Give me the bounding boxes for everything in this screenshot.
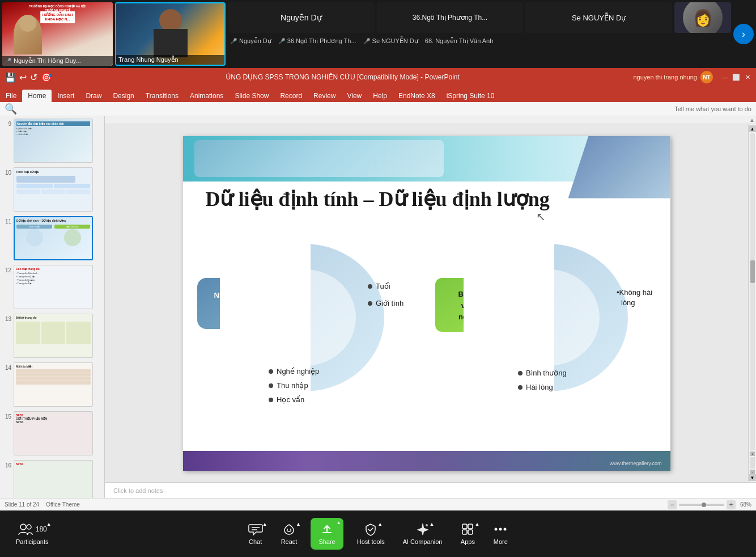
tab-animations[interactable]: Animations bbox=[184, 90, 229, 102]
video-strip: TRƯỜNG ĐẠI HỌC CÔNG NGHIỆP HÀ NỘITRƯỜNG … bbox=[0, 0, 756, 68]
slide-website: www.themegallery.com bbox=[610, 461, 662, 466]
next-arrow[interactable]: › bbox=[733, 24, 754, 44]
main-area: 9 Nguyên tắc đưa biến vào phân tích • ph… bbox=[0, 116, 756, 498]
video-tile-1[interactable]: TRƯỜNG ĐẠI HỌC CÔNG NGHIỆP HÀ NỘITRƯỜNG … bbox=[2, 2, 113, 66]
slide-thumb-10: Phân loại dữ liệu bbox=[14, 167, 93, 212]
slide-diagram: Nhân khẩu/ kinh tế - xã hội Tuổ bbox=[192, 221, 662, 449]
slide-thumb-16: SPSS bbox=[14, 460, 93, 498]
title-bar: 💾 ↩ ↺ 🎯 ÚNG DỤNG SPSS TRONG NGHIÊN CỨU [… bbox=[0, 68, 756, 86]
apps-button[interactable]: ▲ Apps bbox=[456, 520, 479, 547]
svg-text:Tuổi: Tuổi bbox=[376, 282, 390, 290]
slide-item-11[interactable]: 11 Dữ liệu định tính – Dữ liệu định lượn… bbox=[0, 214, 104, 263]
zoom-slider[interactable] bbox=[679, 504, 724, 506]
svg-text:Bình thường: Bình thường bbox=[526, 369, 567, 377]
slide-thumb-14: Mã hóa biến bbox=[14, 362, 93, 407]
react-button[interactable]: ▲ React bbox=[277, 520, 302, 547]
participant-name-5: Se NGUYỄN Dự bbox=[572, 14, 626, 22]
tab-ispring[interactable]: iSpring Suite 10 bbox=[441, 90, 500, 102]
chat-label: Chat bbox=[249, 538, 262, 545]
react-label: React bbox=[281, 538, 298, 545]
svg-text:Thu nhập: Thu nhập bbox=[277, 381, 308, 390]
svg-text:Nghề nghiệp: Nghề nghiệp bbox=[277, 367, 319, 375]
svg-point-30 bbox=[20, 524, 26, 530]
share-chevron: ▲ bbox=[337, 520, 341, 525]
svg-point-44 bbox=[504, 528, 507, 531]
tab-review[interactable]: Review bbox=[308, 90, 341, 102]
tab-design[interactable]: Design bbox=[107, 90, 139, 102]
host-tools-label: Host tools bbox=[357, 538, 385, 545]
slide-item-12[interactable]: 12 Các loại thang đo • Thang đo định dan… bbox=[0, 263, 104, 311]
tab-transitions[interactable]: Transitions bbox=[140, 90, 184, 102]
theme-name: Office Theme bbox=[46, 501, 80, 508]
tab-record[interactable]: Record bbox=[274, 90, 308, 102]
tab-home[interactable]: Home bbox=[22, 90, 52, 102]
svg-point-31 bbox=[27, 525, 31, 529]
slide-item-16[interactable]: 16 SPSS bbox=[0, 458, 104, 498]
minimize-button[interactable]: — bbox=[721, 73, 729, 81]
scroll-track[interactable] bbox=[750, 133, 755, 450]
scroll-thumb bbox=[750, 260, 755, 283]
tab-help[interactable]: Help bbox=[367, 90, 393, 102]
slide-thumb-12: Các loại thang đo • Thang đo định danh• … bbox=[14, 265, 93, 309]
more-button[interactable]: More bbox=[489, 520, 512, 547]
share-button[interactable]: ▲ Share bbox=[311, 518, 343, 550]
zoom-in-button[interactable]: + bbox=[727, 500, 736, 509]
svg-point-34 bbox=[287, 529, 288, 530]
svg-point-11 bbox=[269, 369, 273, 374]
slide-item-14[interactable]: 14 Mã hóa biến bbox=[0, 360, 104, 409]
tab-slideshow[interactable]: Slide Show bbox=[229, 90, 274, 102]
tab-insert[interactable]: Insert bbox=[52, 90, 80, 102]
slide-canvas-wrapper: Dữ liệu định tính – Dữ liệu định lượng ↖… bbox=[105, 124, 748, 482]
ribbon-search[interactable]: Tell me what you want to do bbox=[674, 106, 751, 112]
tab-view[interactable]: View bbox=[341, 90, 367, 102]
tab-draw[interactable]: Draw bbox=[80, 90, 107, 102]
svg-rect-38 bbox=[462, 524, 467, 529]
zoom-out-button[interactable]: − bbox=[668, 500, 677, 509]
slide-canvas: Dữ liệu định tính – Dữ liệu định lượng ↖… bbox=[183, 136, 670, 471]
tab-endnote[interactable]: EndNote X8 bbox=[393, 90, 441, 102]
slide-title-area: Dữ liệu định tính – Dữ liệu định lượng bbox=[206, 187, 648, 211]
slide-info: Slide 11 of 24 bbox=[5, 501, 39, 508]
notes-bar: Click to add notes bbox=[105, 482, 756, 498]
apps-chevron: ▲ bbox=[474, 521, 479, 527]
zoom-level: 68% bbox=[740, 501, 751, 508]
svg-point-28 bbox=[518, 385, 523, 390]
username: nguyen thi trang nhung bbox=[633, 74, 697, 81]
chat-chevron: ▲ bbox=[262, 521, 267, 527]
host-tools-chevron: ▲ bbox=[377, 521, 383, 527]
ribbon: File Home Insert Draw Design Transitions… bbox=[0, 86, 756, 116]
name-sub-4: 68. Nguyễn Thị Vân Anh bbox=[425, 37, 494, 45]
scroll-up-button[interactable]: ▲ bbox=[749, 125, 756, 132]
name-sub-1: Nguyễn Dự bbox=[239, 37, 271, 45]
name-sub-3: Se NGUYỄN Dự bbox=[372, 37, 418, 45]
powerpoint-window: 💾 ↩ ↺ 🎯 ÚNG DỤNG SPSS TRONG NGHIÊN CỨU [… bbox=[0, 68, 756, 510]
maximize-button[interactable]: ⬜ bbox=[732, 73, 740, 81]
participants-chevron: ▲ bbox=[46, 521, 52, 527]
svg-point-42 bbox=[495, 528, 498, 531]
ai-companion-label: AI Companion bbox=[403, 538, 443, 545]
slide-item-13[interactable]: 13 Bộ bộ thang đo bbox=[0, 311, 104, 360]
slide-item-9[interactable]: 9 Nguyên tắc đưa biến vào phân tích • ph… bbox=[0, 116, 104, 165]
slide-thumb-15: SPSS GIỚI THIỆU PHẦN MỀMSPSS bbox=[14, 411, 93, 455]
host-tools-button[interactable]: ▲ Host tools bbox=[352, 520, 389, 547]
zoom-toolbar: 180 ▲ Participants ▲ Chat bbox=[0, 510, 756, 557]
ribbon-tabs: File Home Insert Draw Design Transitions… bbox=[0, 86, 756, 102]
ai-companion-button[interactable]: ▲ AI Companion bbox=[398, 520, 447, 547]
share-label: Share bbox=[318, 538, 335, 545]
svg-point-35 bbox=[290, 529, 291, 530]
scroll-down-button[interactable]: ▼ bbox=[749, 474, 756, 481]
participants-button[interactable]: 180 ▲ Participants bbox=[11, 520, 53, 547]
react-chevron: ▲ bbox=[296, 521, 301, 527]
video-tile-1-name: 🎤 Nguyễn Thị Hồng Duy... bbox=[2, 56, 113, 66]
close-button[interactable]: ✕ bbox=[744, 73, 751, 81]
slide-item-10[interactable]: 10 Phân loại dữ liệu bbox=[0, 165, 104, 214]
scroll-top[interactable]: ▲ bbox=[105, 116, 756, 124]
svg-text:lòng: lòng bbox=[621, 298, 635, 307]
slide-thumb-9: Nguyên tắc đưa biến vào phân tích • phân… bbox=[14, 119, 93, 163]
slide-item-15[interactable]: 15 SPSS GIỚI THIỆU PHẦN MỀMSPSS bbox=[0, 409, 104, 458]
tab-file[interactable]: File bbox=[0, 90, 22, 102]
video-tile-2[interactable]: Trang Nhung Nguyễn bbox=[115, 2, 226, 66]
slide-title: Dữ liệu định tính – Dữ liệu định lượng bbox=[206, 187, 648, 211]
status-bar: Slide 11 of 24 Office Theme − + 68% bbox=[0, 498, 756, 510]
chat-button[interactable]: ▲ Chat bbox=[244, 520, 267, 547]
